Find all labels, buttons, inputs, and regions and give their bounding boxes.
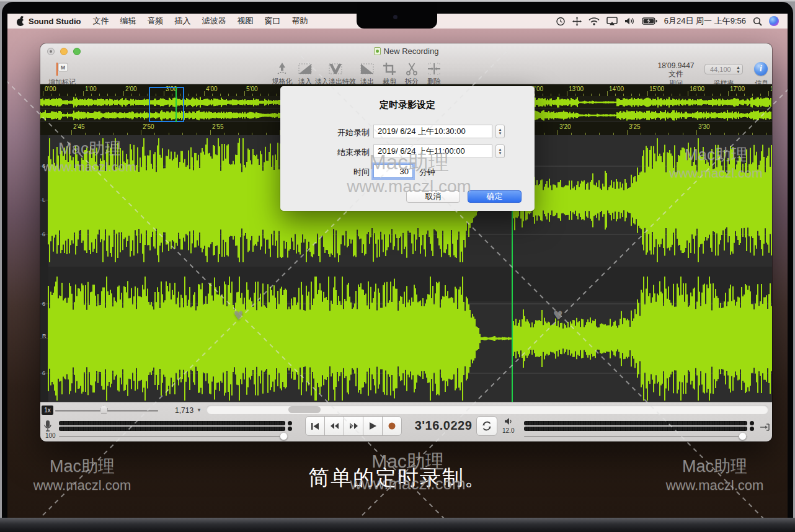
normalize-icon [275, 61, 290, 76]
mic-icon [43, 420, 53, 433]
output-level-thumb[interactable] [739, 432, 747, 440]
start-record-stepper[interactable]: ▲▼ [495, 125, 505, 138]
wifi-icon[interactable] [588, 17, 600, 25]
menu-edit[interactable]: 编辑 [120, 16, 136, 27]
menu-view[interactable]: 视图 [237, 16, 253, 27]
menu-insert[interactable]: 插入 [174, 16, 190, 27]
start-record-field[interactable]: 2019/ 6/24 上午10:30:00 [373, 125, 492, 138]
end-record-stepper[interactable]: ▲▼ [495, 144, 505, 158]
apple-icon-leaf [20, 16, 23, 19]
menu-window[interactable]: 窗口 [264, 16, 280, 27]
ruler-label: 3'30 [698, 123, 710, 130]
time-minutes-input[interactable]: 30 [373, 164, 413, 178]
menu-audio[interactable]: 音频 [147, 16, 163, 27]
timed-recording-dialog: 定时录影设定 开始录制 2019/ 6/24 上午10:30:00 ▲▼ 结束录… [280, 86, 535, 211]
updown-chevron-icon: ▲▼ [736, 65, 740, 74]
siri-icon[interactable] [769, 16, 779, 26]
horizontal-scrollbar[interactable] [207, 405, 768, 414]
macbook-mockup: Sound Studio 文件 编辑 音频 插入 滤波器 视图 窗口 帮助 [0, 0, 795, 532]
output-meter-right [524, 427, 747, 431]
title-bar: New Recording [40, 43, 772, 60]
overview-playhead [175, 87, 177, 122]
ruler-label: 2'55 [212, 123, 224, 130]
start-record-label: 开始录制 [308, 127, 370, 138]
time-display: 3'16.0229 [403, 419, 484, 433]
channel-level-label: 6 [42, 370, 45, 376]
toolbar: M 增加标记 规格化 淡入 [40, 60, 772, 84]
ruler-label: 16'00 [690, 86, 704, 92]
output-level-slider[interactable] [524, 436, 747, 437]
delete-button[interactable]: 删除 [420, 61, 448, 86]
speaker-icon [504, 417, 514, 425]
input-level-value: 100 [45, 432, 56, 439]
menu-file[interactable]: 文件 [92, 16, 109, 27]
zoom-slider-thumb[interactable] [100, 405, 108, 414]
time-unit-label: 分钟 [419, 167, 435, 178]
loop-button[interactable] [476, 416, 497, 436]
apple-icon-bite [22, 20, 27, 24]
menu-filter[interactable]: 滤波器 [202, 16, 226, 27]
ruler-label: 13'00 [569, 86, 584, 92]
fast-forward-button[interactable] [344, 416, 363, 436]
ruler-label: 5'00 [246, 86, 258, 92]
selection-length-select[interactable]: 1,713 ▼ [163, 405, 202, 415]
info-button[interactable]: i [754, 62, 768, 76]
camera-dot [393, 15, 398, 19]
menu-app-name[interactable]: Sound Studio [29, 17, 81, 26]
fade-out-icon [360, 61, 375, 76]
delete-icon [427, 61, 442, 76]
input-clip-dot-left [288, 421, 292, 425]
punch-in-icon[interactable] [760, 423, 770, 432]
end-record-field[interactable]: 2019/ 6/24 上午11:00:00 [373, 144, 492, 158]
go-to-start-button[interactable] [305, 416, 325, 436]
crossfade-icon [328, 61, 343, 76]
ruler-label: 15'00 [649, 86, 664, 92]
apple-menu-icon[interactable] [16, 17, 25, 26]
volume-icon[interactable] [624, 17, 635, 25]
ok-button[interactable]: 确定 [468, 190, 522, 203]
zoom-factor-badge: 1x [42, 406, 53, 415]
rewind-button[interactable] [324, 416, 344, 436]
input-meter-right [59, 427, 285, 431]
cancel-button[interactable]: 取消 [406, 190, 460, 203]
scrollbar-thumb[interactable] [288, 406, 321, 413]
time-machine-icon[interactable] [556, 17, 566, 26]
bottom-control-bar: 1x 1,713 ▼ 100 [40, 402, 772, 441]
duration-display: 18'09.9447 文件 [648, 62, 704, 78]
ruler-label: 3'25 [629, 123, 641, 130]
channel-level-label: R [42, 333, 47, 339]
ruler-label: 14'00 [609, 86, 624, 92]
menu-datetime[interactable]: 6月24日 周一 上午9:56 [664, 16, 746, 27]
loop-icon [481, 420, 492, 432]
crop-icon [382, 61, 397, 76]
add-marker-icon: M [54, 61, 70, 77]
record-button[interactable] [382, 416, 402, 436]
search-icon[interactable] [753, 17, 762, 26]
airplay-display-icon[interactable] [606, 17, 618, 25]
channel-level-label: 6 [42, 163, 45, 169]
window-title: New Recording [40, 47, 772, 56]
desktop-caption: 简单的定时录制。 [0, 464, 795, 492]
move-tool-icon[interactable] [572, 17, 582, 26]
dialog-title: 定时录影设定 [280, 99, 535, 111]
ruler-label: 3'20 [559, 123, 571, 130]
channel-level-label: L [42, 197, 45, 203]
play-button[interactable] [363, 416, 383, 436]
document-icon [374, 47, 381, 55]
ruler-label: 2'00 [125, 86, 137, 92]
output-level-value: 12.0 [502, 427, 514, 434]
split-icon [404, 61, 419, 76]
add-marker-button[interactable]: M 增加标记 [43, 61, 81, 87]
time-label: 时间 [308, 167, 370, 178]
menu-help[interactable]: 帮助 [291, 16, 308, 27]
ruler-label: 2'50 [143, 123, 154, 130]
input-level-slider[interactable] [59, 436, 285, 437]
ruler-label: 4'00 [206, 86, 218, 92]
battery-icon[interactable] [642, 17, 657, 25]
overview-selection[interactable] [149, 87, 184, 122]
sample-rate-select[interactable]: 44,100 ▲▼ [704, 64, 743, 74]
output-meter-left [524, 421, 747, 425]
ruler-label: 18 [770, 86, 772, 92]
input-level-thumb[interactable] [280, 432, 288, 440]
svg-text:M: M [61, 64, 66, 71]
